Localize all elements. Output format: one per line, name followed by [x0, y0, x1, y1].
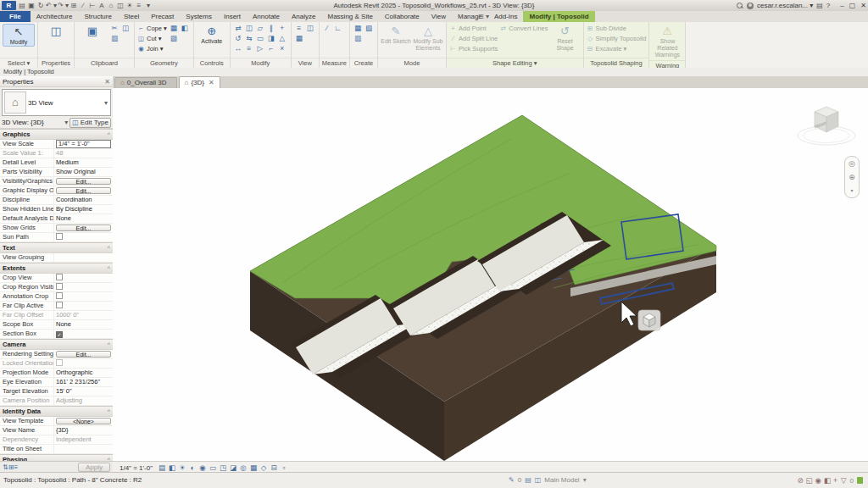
ribbon-tab[interactable]: File	[0, 11, 31, 22]
property-row[interactable]: Crop Region Visible	[0, 283, 113, 292]
workset-dropdown-icon[interactable]: ▾	[583, 476, 587, 484]
section-box-icon[interactable]: ▫	[279, 463, 289, 473]
undo-icon[interactable]: ↶ ▾	[46, 1, 57, 10]
property-value[interactable]: By Discipline	[54, 205, 113, 214]
property-value[interactable]	[54, 233, 113, 241]
zoom-tool-icon[interactable]: ⊕	[849, 174, 855, 181]
section-header[interactable]: Identity Data ^	[0, 406, 113, 417]
activate-controls-button[interactable]: ⊕ Activate	[197, 24, 227, 45]
property-row[interactable]: View Name {3D}	[0, 426, 113, 435]
filter-icon[interactable]: ▽	[841, 476, 847, 485]
convert-lines-button[interactable]: ⇄Convert Lines	[499, 24, 548, 34]
property-row[interactable]: Visibility/Graphics ... Edit...	[0, 177, 113, 186]
property-value[interactable]: Medium	[54, 158, 113, 167]
panel-label-controls[interactable]: Controls	[194, 58, 230, 68]
panel-label-measure[interactable]: Measure	[320, 58, 349, 68]
property-value[interactable]: Independent	[54, 435, 113, 444]
customize-qat-icon[interactable]: ▾	[144, 1, 153, 10]
section-header[interactable]: Graphics ^	[0, 129, 113, 140]
panel-label-create[interactable]: Create	[350, 58, 377, 68]
property-value[interactable]	[54, 302, 113, 310]
navbar-dropdown-icon[interactable]: ▾	[850, 187, 853, 195]
property-row[interactable]: Rendering Settings Edit...	[0, 350, 113, 359]
property-row[interactable]: View Template <None>	[0, 417, 113, 426]
sub-divide-button[interactable]: ⊞Sub Divide	[587, 24, 647, 34]
section-header[interactable]: Text ^	[0, 242, 113, 253]
collapse-icon[interactable]: ^	[107, 263, 110, 273]
property-row[interactable]: Show Grids Edit...	[0, 224, 113, 233]
type-selector[interactable]: ⌂ 3D View ▾	[2, 89, 111, 116]
property-value[interactable]: None	[54, 320, 113, 329]
property-value[interactable]: Coordination	[54, 196, 113, 204]
create-similar-icon[interactable]: ▧	[364, 24, 374, 33]
rotate-icon[interactable]: ↺	[233, 34, 243, 43]
navigation-bar[interactable]: ◎ ⊕ ▾	[844, 156, 860, 198]
delete-icon[interactable]: ×	[277, 44, 287, 53]
property-value[interactable]: Edit...	[56, 351, 111, 358]
property-value[interactable]: Show Original	[54, 168, 113, 176]
instance-dropdown-icon[interactable]: ▾	[64, 118, 68, 127]
wall-joins-icon[interactable]: ▦	[169, 24, 179, 33]
property-row[interactable]: Scope Box None	[0, 320, 113, 330]
sync-icon[interactable]: ↻	[36, 1, 45, 10]
panel-label-shape-editing[interactable]: Shape Editing ▾	[447, 58, 583, 68]
aligned-dimension-icon[interactable]: ⊢	[88, 1, 97, 10]
property-row[interactable]: Crop View	[0, 274, 113, 283]
minimize-button[interactable]: –	[840, 2, 843, 9]
scale-icon[interactable]: △	[277, 34, 287, 43]
property-value[interactable]	[54, 359, 113, 368]
restore-order-icon[interactable]: ≡	[14, 463, 18, 471]
temporary-hide-isolate-icon[interactable]: ◪	[228, 463, 238, 473]
section-icon[interactable]: ◫	[116, 1, 125, 10]
beam-joins-icon[interactable]: ◧	[180, 24, 190, 33]
show-crop-icon[interactable]: ◳	[218, 463, 228, 473]
property-row[interactable]: Annotation Crop	[0, 292, 113, 302]
property-row[interactable]: Eye Elevation 161' 2 231/256"	[0, 378, 113, 387]
property-row[interactable]: Far Clip Active	[0, 302, 113, 311]
property-row[interactable]: Dependency Independent	[0, 435, 113, 445]
apply-button[interactable]: Apply	[78, 463, 110, 472]
property-row[interactable]: Default Analysis Di... None	[0, 214, 113, 224]
sort-ascending-icon[interactable]: ⇅	[3, 463, 8, 471]
extend-icon[interactable]: ◨	[266, 34, 276, 43]
simplify-toposolid-button[interactable]: ◇Simplify Toposolid	[587, 34, 647, 44]
property-value[interactable]	[54, 330, 113, 338]
property-value[interactable]: 48	[54, 149, 113, 158]
property-row[interactable]: Show Hidden Lines By Discipline	[0, 205, 113, 214]
cut-icon[interactable]: ✂	[109, 24, 120, 33]
cut-geometry-button[interactable]: ◫Cut ▾	[137, 34, 167, 44]
move-icon[interactable]: +	[277, 24, 287, 33]
3d-view-canvas[interactable]: FRONT	[113, 88, 868, 461]
measure-between-icon[interactable]: ∕	[322, 24, 332, 33]
cope-button[interactable]: ⌐Cope ▾	[137, 24, 167, 34]
property-value[interactable]: Edit...	[56, 225, 111, 231]
app-store-icon[interactable]: ▤	[816, 2, 823, 9]
property-row[interactable]: Parts Visibility Show Original	[0, 168, 113, 177]
restore-button[interactable]: ▢	[849, 2, 856, 9]
add-point-button[interactable]: +Add Point	[449, 24, 498, 34]
collapse-icon[interactable]: ^	[107, 130, 110, 139]
property-value[interactable]: Adjusting	[54, 396, 113, 405]
unpin-icon[interactable]: ▷	[255, 44, 265, 53]
collapse-icon[interactable]: ^	[107, 340, 110, 349]
section-header[interactable]: Camera ^	[0, 339, 113, 350]
copy-icon[interactable]: ◫	[120, 24, 131, 33]
select-links-icon[interactable]: ⊘	[797, 476, 803, 485]
property-row[interactable]: Scale Value 1: 48	[0, 149, 113, 158]
edit-sketch-button[interactable]: ✎ Edit Sketch	[381, 24, 411, 45]
view-tab-close-icon[interactable]: ✕	[207, 78, 214, 88]
redo-icon[interactable]: ↷ ▾	[58, 1, 69, 10]
visual-style-icon[interactable]: ◧	[167, 463, 177, 473]
crop-view-icon[interactable]: ▭	[208, 463, 218, 473]
view-scale-button[interactable]: 1/4" = 1'-0"	[116, 464, 156, 472]
panel-label-properties[interactable]: Properties	[38, 58, 74, 68]
property-value[interactable]: Orthographic	[54, 369, 113, 377]
shadows-icon[interactable]: ◐	[187, 463, 198, 473]
sun-study-icon[interactable]: ☀	[125, 1, 134, 10]
select-by-face-icon[interactable]: ◧	[824, 476, 831, 485]
excavate-button[interactable]: ⊟Excavate ▾	[587, 44, 647, 54]
save-icon[interactable]: ▣	[27, 1, 36, 10]
properties-toggle-button[interactable]: ◫	[41, 24, 71, 38]
temporary-view-properties-icon[interactable]: ▦	[248, 463, 259, 473]
search-icon[interactable]	[737, 3, 743, 9]
